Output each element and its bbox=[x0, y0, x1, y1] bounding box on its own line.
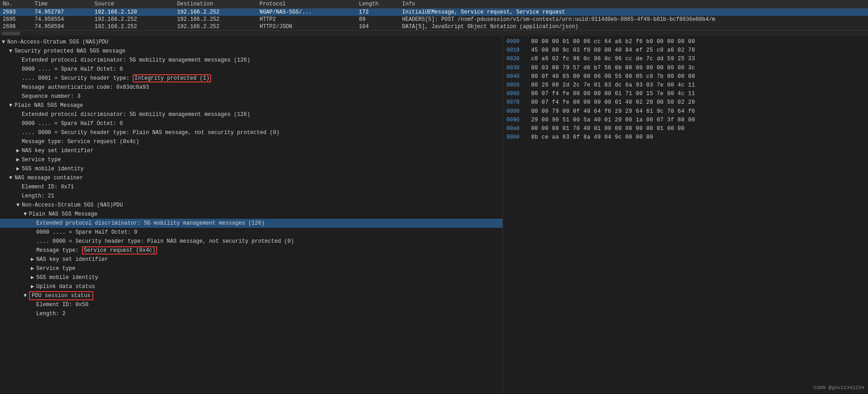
tree-item-sec-protected[interactable]: ▼ Security protected NAS 5GS message bbox=[0, 47, 502, 56]
tree-item-sec-header3[interactable]: .... 0000 = Security header type: Plain … bbox=[0, 237, 502, 246]
tree-item-uplink-data[interactable]: ▶ Uplink data status bbox=[0, 282, 502, 291]
field-label: NAS key set identifier bbox=[36, 256, 108, 263]
tree-item-nas-key2[interactable]: ▶ NAS key set identifier bbox=[0, 255, 502, 264]
tree-item-svc-type2[interactable]: ▶ Service type bbox=[0, 264, 502, 273]
table-row[interactable]: 269674.958594192.166.2.252192.166.2.252H… bbox=[0, 23, 868, 30]
field-label: 0000 .... = Spare Half Octet: 0 bbox=[36, 229, 137, 235]
field-label: Non-Access-Stratum 5GS (NAS)PDU bbox=[7, 39, 108, 45]
collapse-icon[interactable]: ▼ bbox=[9, 101, 14, 110]
field-label: 5GS mobile identity bbox=[22, 166, 84, 172]
tree-item-nas-msg-container[interactable]: ▼ NAS message container bbox=[0, 173, 502, 183]
field-label: Security protected NAS 5GS message bbox=[14, 48, 125, 54]
expand-icon[interactable]: ▶ bbox=[31, 255, 36, 264]
col-length: Length bbox=[356, 0, 399, 9]
hex-bytes: 00 07 f4 fe 00 00 00 00 01 71 00 15 7e 0… bbox=[531, 90, 864, 98]
collapse-icon[interactable]: ▼ bbox=[9, 47, 14, 55]
highlighted-value: Integrity protected (1) bbox=[133, 74, 212, 82]
field-label: Element ID: 0x71 bbox=[22, 184, 74, 190]
field-label: Extended protocol discriminator: 5G mobi… bbox=[36, 220, 265, 226]
table-row[interactable]: 269374.952787192.166.2.120192.166.2.252N… bbox=[0, 9, 868, 16]
tree-item-ext-proto-disc2[interactable]: Extended protocol discriminator: 5G mobi… bbox=[0, 110, 502, 119]
field-label: NAS message container bbox=[14, 175, 83, 181]
hex-row: 00b0 8b ce aa 63 6f 8a 49 04 9c 00 00 00 bbox=[506, 133, 864, 142]
tree-item-sec-header[interactable]: .... 0001 = Security header type: Integr… bbox=[0, 74, 502, 83]
hex-row: 0020 c0 a6 02 fc 96 0c 96 0c 96 cc de 7c… bbox=[506, 55, 864, 63]
tree-item-element-id2[interactable]: Element ID: 0x50 bbox=[0, 300, 502, 309]
tree-item-ext-proto-disc3[interactable]: Extended protocol discriminator: 5G mobi… bbox=[0, 219, 502, 228]
collapse-icon[interactable]: ▼ bbox=[24, 292, 29, 300]
hex-offset: 0000 bbox=[506, 38, 525, 46]
hex-offset: 0040 bbox=[506, 72, 525, 81]
hex-row: 00a0 00 00 00 01 70 40 01 00 00 00 00 00… bbox=[506, 125, 864, 133]
hex-bytes: 00 0f 40 65 00 00 06 00 55 00 05 c0 7b 0… bbox=[531, 72, 864, 81]
field-label: Message type: Service request (0x4c) bbox=[22, 139, 139, 145]
field-label: Element ID: 0x50 bbox=[36, 302, 88, 308]
tree-item-5gs-mobile2[interactable]: ▶ 5GS mobile identity bbox=[0, 273, 502, 282]
tree-item-spare-half2[interactable]: 0000 .... = Spare Half Octet: 0 bbox=[0, 119, 502, 128]
tree-item-length[interactable]: Length: 21 bbox=[0, 192, 502, 201]
hex-offset: 0090 bbox=[506, 116, 525, 125]
collapse-icon[interactable]: ▼ bbox=[9, 174, 14, 182]
field-label: Message authentication code: 0x83dc6a93 bbox=[22, 84, 149, 91]
col-time: Time bbox=[32, 0, 92, 9]
hex-bytes: 00 00 79 00 0f 40 64 f6 29 29 64 61 9c 7… bbox=[531, 107, 864, 116]
field-label: Service type bbox=[36, 265, 75, 272]
tree-item-length2[interactable]: Length: 2 bbox=[0, 309, 502, 318]
tree-item-5gs-mobile[interactable]: ▶ 5GS mobile identity bbox=[0, 164, 502, 173]
hex-bytes: 00 26 00 2d 2c 7e 01 83 dc 6a 93 03 7e 0… bbox=[531, 81, 864, 90]
tree-item-svc-type[interactable]: ▶ Service type bbox=[0, 155, 502, 164]
collapse-icon[interactable]: ▼ bbox=[24, 210, 29, 218]
hex-bytes: 00 00 00 01 00 06 cc 64 a6 b2 f6 b0 00 0… bbox=[531, 38, 864, 46]
tree-item-nas-pdu2[interactable]: ▼ Non-Access-Stratum 5GS (NAS)PDU bbox=[0, 201, 502, 210]
tree-item-msg-type[interactable]: Message type: Service request (0x4c) bbox=[0, 137, 502, 146]
hex-bytes: 29 00 90 51 00 5a 40 01 20 00 1a 00 07 3… bbox=[531, 116, 864, 125]
expand-icon[interactable]: ▶ bbox=[16, 156, 22, 164]
tree-item-spare-half3[interactable]: 0000 .... = Spare Half Octet: 0 bbox=[0, 228, 502, 237]
tree-item-nas-pdu[interactable]: ▼ Non-Access-Stratum 5GS (NAS)PDU bbox=[0, 38, 502, 47]
hex-bytes: c0 a6 02 fc 96 0c 96 0c 96 cc de 7c dd 5… bbox=[531, 55, 864, 63]
field-label: Sequence number: 3 bbox=[22, 93, 81, 100]
expand-icon[interactable]: ▶ bbox=[16, 147, 22, 155]
expand-icon[interactable]: ▶ bbox=[16, 165, 22, 173]
hex-row: 0040 00 0f 40 65 00 00 06 00 55 00 05 c0… bbox=[506, 72, 864, 81]
scrollbar-thumb[interactable] bbox=[2, 32, 20, 35]
field-label: Service type bbox=[22, 157, 61, 163]
hex-offset: 00b0 bbox=[506, 133, 525, 142]
expand-icon[interactable]: ▶ bbox=[31, 264, 36, 273]
highlighted-value: Service request (0x4c) bbox=[82, 246, 157, 255]
hex-offset: 0050 bbox=[506, 81, 525, 90]
hex-row: 0060 00 07 f4 fe 00 00 00 00 01 71 00 15… bbox=[506, 90, 864, 98]
detail-panel[interactable]: ▼ Non-Access-Stratum 5GS (NAS)PDU▼ Secur… bbox=[0, 36, 503, 394]
tree-item-seq-num[interactable]: Sequence number: 3 bbox=[0, 92, 502, 101]
table-row[interactable]: 269574.958554192.166.2.252192.166.2.252H… bbox=[0, 16, 868, 23]
tree-item-sec-header2[interactable]: .... 0000 = Security header type: Plain … bbox=[0, 128, 502, 137]
packet-table: No. Time Source Destination Protocol Len… bbox=[0, 0, 868, 30]
tree-item-spare-half[interactable]: 0000 .... = Spare Half Octet: 0 bbox=[0, 65, 502, 74]
col-no: No. bbox=[0, 0, 32, 9]
expand-icon[interactable]: ▶ bbox=[31, 274, 36, 282]
collapse-icon[interactable]: ▼ bbox=[2, 38, 7, 46]
tree-item-msg-type2[interactable]: Message type: Service request (0x4c) bbox=[0, 246, 502, 255]
tree-item-nas-key[interactable]: ▶ NAS key set identifier bbox=[0, 146, 502, 155]
hex-row: 0050 00 26 00 2d 2c 7e 01 83 dc 6a 93 03… bbox=[506, 81, 864, 90]
tree-item-pdu-session[interactable]: ▼ PDU session status bbox=[0, 291, 502, 300]
hex-offset: 0070 bbox=[506, 98, 525, 107]
field-label: Length: 21 bbox=[22, 193, 54, 199]
horizontal-scrollbar[interactable] bbox=[0, 30, 868, 36]
tree-item-ext-proto-disc[interactable]: Extended protocol discriminator: 5G mobi… bbox=[0, 56, 502, 65]
expand-icon[interactable]: ▶ bbox=[31, 283, 36, 291]
hex-bytes: 00 03 00 79 57 d0 b7 56 0b 00 00 00 00 0… bbox=[531, 64, 864, 72]
tree-item-plain-nas[interactable]: ▼ Plain NAS 5GS Message bbox=[0, 101, 502, 110]
tree-item-msg-auth[interactable]: Message authentication code: 0x83dc6a93 bbox=[0, 83, 502, 92]
hex-offset: 0030 bbox=[506, 64, 525, 72]
collapse-icon[interactable]: ▼ bbox=[16, 201, 22, 209]
hex-offset: 00a0 bbox=[506, 125, 525, 133]
field-label: Plain NAS 5GS Message bbox=[29, 211, 97, 217]
hex-offset: 0060 bbox=[506, 90, 525, 98]
hex-panel[interactable]: 0000 00 00 00 01 00 06 cc 64 a6 b2 f6 b0… bbox=[503, 36, 868, 394]
tree-item-plain-nas2[interactable]: ▼ Plain NAS 5GS Message bbox=[0, 210, 502, 219]
hex-offset: 0010 bbox=[506, 46, 525, 55]
field-label: 0000 .... = Spare Half Octet: 0 bbox=[22, 120, 123, 127]
field-label: Plain NAS 5GS Message bbox=[14, 102, 83, 109]
tree-item-element-id[interactable]: Element ID: 0x71 bbox=[0, 183, 502, 192]
